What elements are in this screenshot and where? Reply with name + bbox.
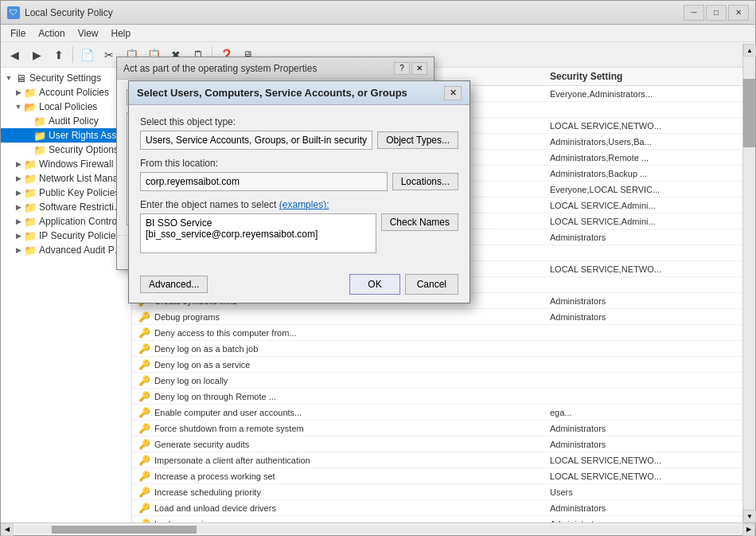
select-cancel-btn[interactable]: Cancel	[405, 274, 458, 295]
props-title-text: Act as part of the operating system Prop…	[123, 63, 317, 74]
props-title-bar: Act as part of the operating system Prop…	[117, 57, 434, 80]
main-window: 🛡 Local Security Policy ─ □ ✕ File Actio…	[0, 0, 756, 536]
locations-button[interactable]: Locations...	[392, 173, 458, 190]
advanced-button[interactable]: Advanced...	[140, 276, 208, 293]
overlay: Act as part of the operating system Prop…	[1, 1, 755, 535]
select-bottom-right: OK Cancel	[349, 274, 458, 295]
location-input[interactable]	[140, 172, 388, 191]
names-row: Check Names	[140, 213, 458, 253]
select-title-text: Select Users, Computers, Service Account…	[137, 87, 407, 99]
object-type-label: Select this object type:	[140, 116, 458, 127]
location-row: Locations...	[140, 172, 458, 191]
select-title-bar: Select Users, Computers, Service Account…	[129, 81, 470, 105]
object-type-input[interactable]	[140, 131, 372, 150]
object-types-button[interactable]: Object Types...	[377, 131, 458, 149]
props-close-btn[interactable]: ✕	[411, 62, 427, 75]
select-close-btn[interactable]: ✕	[444, 86, 462, 100]
select-users-dialog: Select Users, Computers, Service Account…	[128, 80, 470, 303]
props-help-btn[interactable]: ?	[394, 62, 410, 75]
select-content: Select this object type: Object Types...…	[129, 105, 470, 268]
names-label: Enter the object names to select (exampl…	[140, 199, 458, 210]
props-title-controls: ? ✕	[394, 62, 427, 75]
select-ok-btn[interactable]: OK	[349, 274, 399, 295]
object-type-row: Object Types...	[140, 131, 458, 150]
check-names-button[interactable]: Check Names	[381, 213, 458, 231]
select-bottom: Advanced... OK Cancel	[129, 268, 470, 303]
names-textarea[interactable]	[140, 213, 376, 253]
examples-link[interactable]: (examples):	[279, 199, 329, 210]
location-label: From this location:	[140, 158, 458, 169]
